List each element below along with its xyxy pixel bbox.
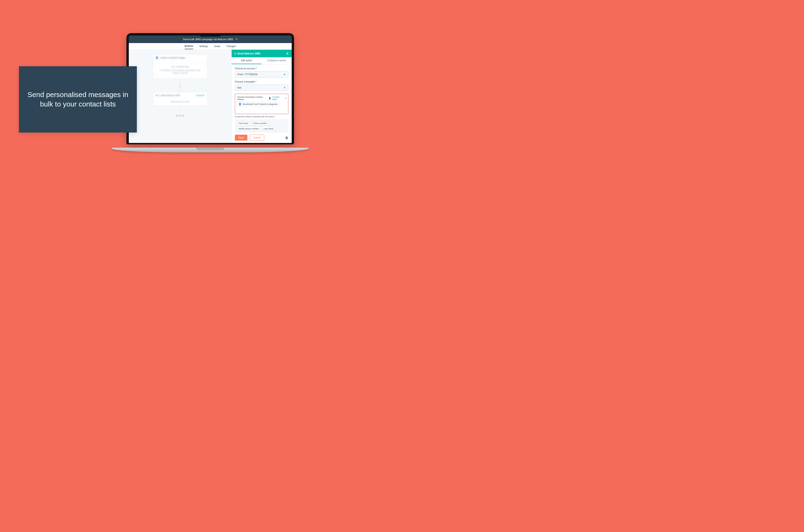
cancel-button[interactable]: Cancel bbox=[250, 135, 264, 140]
token-box: Choose necessary Contact Tokens 👤 Contac… bbox=[235, 94, 288, 114]
token-label: Choose necessary Contact Tokens bbox=[237, 96, 268, 100]
workflow-trigger-card[interactable]: 👤 Contact enrollment trigger List member… bbox=[153, 54, 207, 79]
trigger-line: is member of All contacts associated wit… bbox=[160, 69, 201, 74]
gear-icon: ⚙ bbox=[155, 94, 158, 97]
prop-chip: Last name bbox=[262, 127, 275, 131]
token-chip[interactable]: 👤 Abandoned Cart Products Categories bbox=[237, 102, 279, 106]
caret-down-icon: ▾ bbox=[285, 97, 286, 99]
props-box: First name Phone number Mobile phone num… bbox=[235, 119, 288, 132]
workflow-action-card[interactable]: ⚙ 1. Send Netcore SMS Actions ▾ Send Net… bbox=[153, 92, 207, 106]
tab-settings[interactable]: Settings bbox=[199, 43, 208, 49]
action-head: 1. Send Netcore SMS bbox=[158, 94, 180, 97]
prop-chip: Phone number bbox=[251, 121, 269, 126]
prop-chip: First name bbox=[237, 121, 250, 126]
trigger-title: List membership bbox=[158, 65, 203, 68]
contact-icon: 👤 bbox=[155, 56, 158, 59]
end-marker: ▪ ▪ ▪ bbox=[176, 114, 184, 117]
caret-down-icon: ▼ bbox=[283, 87, 286, 89]
save-button[interactable]: Save bbox=[235, 135, 247, 140]
banner-text: Send personalised messages in bulk to yo… bbox=[27, 90, 129, 109]
laptop-frame: Send bulk SMS campaign via Netcore SMS ✎… bbox=[125, 33, 296, 156]
delete-icon[interactable]: 🗑 bbox=[285, 136, 288, 140]
caret-down-icon: ▼ bbox=[283, 73, 286, 76]
props-label: Properties always included with the acti… bbox=[235, 115, 288, 118]
app-title: Send bulk SMS campaign via Netcore SMS bbox=[183, 38, 233, 41]
template-label: Choose a template * bbox=[235, 80, 288, 83]
connector bbox=[180, 109, 180, 112]
laptop-notch bbox=[199, 33, 221, 36]
account-value: From: 7777033316 bbox=[238, 73, 258, 76]
tab-actions[interactable]: Actions bbox=[185, 43, 193, 49]
tab-goals[interactable]: Goals bbox=[214, 43, 220, 49]
plus-icon[interactable]: + bbox=[179, 84, 181, 88]
side-panel: 1. Send Netcore SMS ✕ Edit action Contac… bbox=[231, 50, 292, 143]
panel-title: 1. Send Netcore SMS bbox=[235, 52, 260, 55]
template-value: test bbox=[238, 87, 241, 89]
app-window: Send bulk SMS campaign via Netcore SMS ✎… bbox=[129, 36, 292, 143]
close-icon[interactable]: ✕ bbox=[286, 52, 289, 55]
connector bbox=[180, 82, 180, 85]
person-icon: 👤 bbox=[239, 103, 241, 105]
card-actions-menu[interactable]: Actions ▾ bbox=[195, 94, 205, 97]
account-label: Choose an account * bbox=[235, 67, 288, 70]
laptop-base bbox=[112, 148, 309, 156]
person-icon: 👤 bbox=[268, 97, 271, 99]
template-select[interactable]: test ▼ bbox=[235, 84, 288, 91]
connector bbox=[180, 89, 180, 92]
action-body: Send Netcore SMS bbox=[153, 98, 207, 106]
edit-title-icon[interactable]: ✎ bbox=[236, 38, 238, 41]
app-tabs: Actions Settings Goals Changes bbox=[129, 43, 292, 50]
panel-tab-contacts[interactable]: Contacts in action bbox=[262, 57, 292, 64]
trigger-head: Contact enrollment trigger bbox=[160, 56, 186, 59]
marketing-banner: Send personalised messages in bulk to yo… bbox=[19, 66, 137, 133]
workflow-canvas[interactable]: 👤 Contact enrollment trigger List member… bbox=[129, 50, 231, 143]
account-select[interactable]: From: 7777033316 ▼ bbox=[235, 71, 288, 78]
app-titlebar: Send bulk SMS campaign via Netcore SMS ✎ bbox=[129, 36, 292, 43]
prop-chip: Mobile phone number bbox=[237, 127, 261, 131]
panel-tab-edit[interactable]: Edit action bbox=[231, 57, 262, 64]
tab-changes[interactable]: Changes bbox=[226, 43, 236, 49]
contact-token-button[interactable]: 👤 Contact token ▾ bbox=[268, 96, 286, 100]
